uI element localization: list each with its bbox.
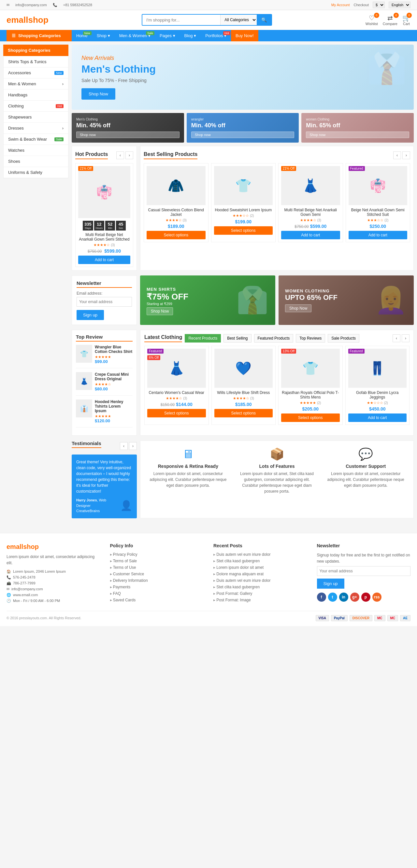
sidebar-item-uniforms[interactable]: Uniforms & Safety [4,167,68,178]
tab-top-reviews[interactable]: Top Reviews [296,334,325,342]
best-product-btn-2[interactable]: Select options [214,226,273,235]
tab-recent-products[interactable]: Recent Products [185,334,221,342]
post-1[interactable]: Duis autem vel eum iriure dolor [213,552,307,557]
tab-sale[interactable]: Sale Products [328,334,359,342]
footer-policy-list: Privacy Policy Terms of Sale Terms of Us… [110,552,204,602]
cart-icon-btn[interactable]: 🛒 0 Cart [403,14,411,26]
tab-best-selling[interactable]: Best Selling [224,334,251,342]
policy-terms-use[interactable]: Terms of Use [110,565,204,570]
testimonial-next-btn[interactable]: › [129,442,137,450]
post-6[interactable]: Stet clita kasd gubergren [213,585,307,589]
nav-blog[interactable]: Blog ▾ [180,30,201,41]
sidebar-item-shoes[interactable]: Shoes [4,156,68,167]
nav-men-women[interactable]: Men & Women ▾ Sale [115,30,155,41]
latest-clothing-title: Latest Clothing [144,334,182,342]
hot-next-btn[interactable]: › [125,151,133,159]
hot-prev-btn[interactable]: ‹ [116,151,124,159]
hot-product-add-to-cart-btn[interactable]: Add to cart [78,255,130,264]
features-section: 🖥 Responsive & Retina Ready Lorem ipsum … [140,440,414,518]
logo[interactable]: emallshop [6,15,49,25]
sidebar-item-dresses[interactable]: Dresses› [4,123,68,134]
banner-shop-now-btn[interactable]: Shop Now [82,88,115,100]
tab-featured[interactable]: Featured Products [254,334,294,342]
post-3[interactable]: Lorem ipsum dolor sit amet [213,565,307,570]
currency-select[interactable]: $ € [373,2,385,8]
sidebar-item-clothing[interactable]: ClothingHot [4,101,68,112]
newsletter-signup-btn[interactable]: Sign up [77,310,104,320]
newsletter-email-input[interactable] [77,297,132,307]
my-account-link[interactable]: My Account [331,3,350,7]
nav-home[interactable]: Home New [72,30,92,41]
latest-prev-btn[interactable]: ‹ [393,334,400,342]
best-product-name-1: Casual Sleeveless Cotton Blend Jacket [147,208,206,217]
footer-newsletter-col: Newsletter Signup today for free and be … [317,543,411,604]
post-4[interactable]: Dolore magna aliquam erat [213,572,307,576]
feature-responsive: 🖥 Responsive & Retina Ready Lorem ipsum … [147,447,229,512]
sidebar-item-shapewears[interactable]: Shapewears [4,112,68,123]
best-product-btn-1[interactable]: Select options [147,231,206,239]
facebook-icon[interactable]: f [317,593,326,602]
policy-terms-sale[interactable]: Terms of Sale [110,559,204,563]
policy-payments[interactable]: Payments [110,585,204,589]
nav-buy-now[interactable]: Buy Now! [231,30,258,41]
footer-newsletter-input[interactable] [317,566,411,576]
sidebar-item-swim[interactable]: Swim & Beach WearSale [4,134,68,145]
promo-wrangler-shop-btn[interactable]: Shop now [191,131,295,138]
sidebar-item-watches[interactable]: Watches [4,145,68,156]
mid-banner-women[interactable]: WOMEN CLOTHING UPTO 65% OFF Shop Now 👱‍♀… [278,275,414,325]
promo-women-shop-btn[interactable]: Shop now [306,131,409,138]
nav-categories-btn[interactable]: ☰ Shopping Categories [6,30,72,41]
best-product-btn-4[interactable]: Add to cart [349,231,408,239]
post-2[interactable]: Stet clita kasd gubergren [213,559,307,563]
latest-next-btn[interactable]: › [402,334,410,342]
banner-new-arrivals: New Arrivals [82,55,156,62]
footer-logo[interactable]: emallshop [6,543,100,551]
category-select[interactable]: All Categories [220,14,257,25]
post-5[interactable]: Duis autem vel eum iriure dolor [213,578,307,583]
post-gallery[interactable]: Post Format: Gallery [213,591,307,596]
promo-card-wrangler[interactable]: wrangler Min. 40% off Shop now [187,113,299,143]
rss-icon[interactable]: rss [373,593,382,602]
checkout-link[interactable]: Checkout [354,3,369,7]
best-next-btn[interactable]: › [403,151,410,159]
mid-banner-men-btn[interactable]: Shop Now [147,307,173,315]
promo-card-men[interactable]: Men's Clothing Min. 45% off Shop now [72,113,184,143]
wishlist-icon-btn[interactable]: ♡ 0 Wishlist [365,14,378,26]
sidebar-item-shirts[interactable]: Shirts Tops & Tunics [4,56,68,67]
google-plus-icon[interactable]: g+ [350,593,359,602]
pinterest-icon[interactable]: p [361,593,370,602]
testimonial-text: Great theme! Very intuitive, clean code,… [76,459,132,494]
sidebar-item-men-women[interactable]: Men & Women› [4,79,68,90]
best-prev-btn[interactable]: ‹ [393,151,401,159]
latest-btn-1[interactable]: Select options [147,409,206,417]
mid-banner-women-btn[interactable]: Shop Now [285,304,311,312]
nav-pages[interactable]: Pages ▾ [155,30,179,41]
language-select[interactable]: English [389,2,411,8]
footer-newsletter-btn[interactable]: Sign up [317,579,344,589]
policy-privacy[interactable]: Privacy Policy [110,552,204,557]
latest-btn-3[interactable]: Select options [281,413,340,422]
best-product-btn-3[interactable]: Add to cart [281,231,340,239]
policy-faq[interactable]: FAQ [110,591,204,596]
search-input[interactable] [142,15,220,25]
policy-saved[interactable]: Saved Cards [110,598,204,602]
sidebar-item-accessories[interactable]: AccessoriesNew [4,67,68,79]
twitter-icon[interactable]: t [328,593,337,602]
countdown-timer: 335 Days 12 Hours 52 Min 45 [78,221,130,230]
nav-shop[interactable]: Shop ▾ [92,30,115,41]
policy-customer[interactable]: Customer Service [110,572,204,576]
post-image[interactable]: Post Format: Image [213,598,307,602]
latest-btn-4[interactable]: Add to cart [348,413,407,422]
nav-portfolios[interactable]: Portfolios ▾ Hot [201,30,231,41]
promo-men-shop-btn[interactable]: Shop now [76,131,179,138]
sidebar-item-handbags[interactable]: Handbags [4,90,68,101]
latest-btn-2[interactable]: Select options [214,409,273,417]
compare-icon-btn[interactable]: ⇄ 0 Compare [383,14,397,26]
mid-banner-men[interactable]: MEN SHIRTS ₹75% OFF Starting at ₹299 Sho… [140,275,275,325]
promo-card-women[interactable]: women Clothing Min. 65% off Shop now [301,113,414,143]
countdown-days: 335 Days [83,221,93,230]
linkedin-icon[interactable]: in [339,593,348,602]
testimonial-prev-btn[interactable]: ‹ [120,442,128,450]
search-button[interactable]: 🔍 [257,14,271,25]
policy-delivery[interactable]: Delivery Information [110,578,204,583]
